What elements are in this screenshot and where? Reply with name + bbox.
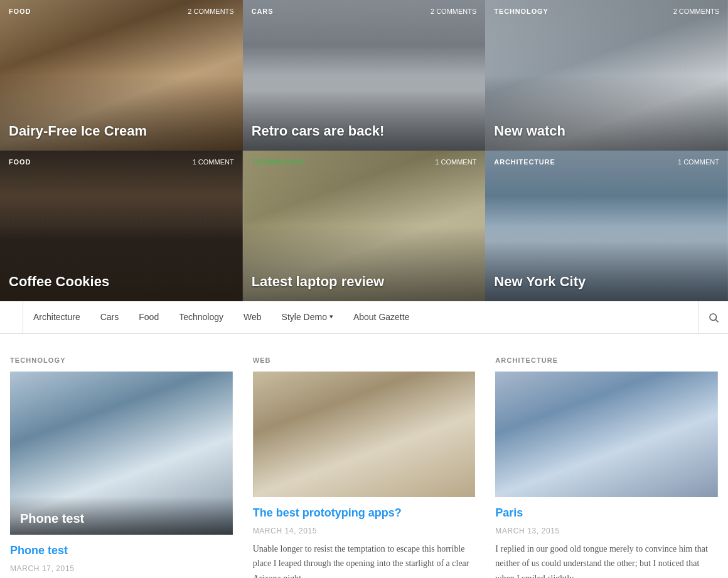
hero-meta-top: FOOD 2 COMMENTS	[0, 8, 243, 15]
article-title-proto-apps[interactable]: The best prototyping apps?	[253, 506, 476, 520]
article-title-phone-test[interactable]: Phone test	[10, 543, 233, 558]
hero-comments-food1: 2 COMMENTS	[188, 8, 233, 15]
hero-comments-arch1: 1 COMMENT	[678, 158, 719, 166]
hero-cell-food1[interactable]: FOOD 2 COMMENTS Dairy-Free Ice Cream	[0, 0, 243, 151]
hero-comments-food2: 1 COMMENT	[193, 158, 234, 166]
hero-category-tech1: TECHNOLOGY	[494, 8, 548, 15]
featured-title-text: Phone test	[20, 511, 223, 526]
hero-category-tech2: TECHNOLOGY	[252, 158, 306, 166]
hero-comments-tech1: 2 COMMENTS	[673, 8, 719, 15]
navbar-link-food[interactable]: Food	[129, 301, 169, 333]
search-button[interactable]	[698, 301, 728, 333]
navbar-link-architecture[interactable]: Architecture	[23, 301, 90, 333]
article-date-phone-test: MARCH 17, 2015	[10, 564, 233, 573]
hero-title-arch1: New York City	[494, 274, 719, 290]
navbar-link-about-gazette[interactable]: About Gazette	[343, 301, 420, 333]
featured-title-overlay: Phone test	[10, 496, 233, 535]
hero-meta-top: CARS 2 COMMENTS	[243, 8, 486, 15]
article-image-proto-apps	[253, 372, 476, 497]
article-date-proto-apps: MARCH 14, 2015	[253, 527, 476, 535]
search-icon	[708, 312, 719, 323]
article-category-paris: ARCHITECTURE	[495, 356, 718, 364]
hero-cell-tech2[interactable]: TECHNOLOGY 1 COMMENT Latest laptop revie…	[243, 151, 486, 301]
navbar-link-web[interactable]: Web	[233, 301, 272, 333]
hero-category-arch1: ARCHITECTURE	[494, 158, 555, 166]
article-excerpt-proto-apps: Unable longer to resist the temptation t…	[253, 542, 476, 578]
hero-cell-arch1[interactable]: ARCHITECTURE 1 COMMENT New York City	[485, 151, 728, 301]
articles-grid: TECHNOLOGY Phone test Phone test MARCH 1…	[10, 356, 718, 578]
article-date-paris: MARCH 13, 2015	[495, 527, 718, 535]
hero-meta-top: TECHNOLOGY 2 COMMENTS	[485, 8, 728, 15]
article-img-bg-proto-apps	[253, 372, 476, 497]
navbar-brand[interactable]	[0, 301, 23, 333]
article-image-phone-test: Phone test	[10, 372, 233, 535]
article-title-paris[interactable]: Paris	[495, 506, 718, 520]
article-img-bg-paris	[495, 372, 718, 497]
hero-category-food2: FOOD	[9, 158, 31, 166]
hero-title-food2: Coffee Cookies	[9, 274, 234, 290]
hero-meta-top: TECHNOLOGY 1 COMMENT	[243, 158, 486, 166]
navbar: ArchitectureCarsFoodTechnologyWebStyle D…	[0, 301, 728, 334]
article-category-phone-test: TECHNOLOGY	[10, 356, 233, 364]
svg-line-1	[715, 319, 718, 322]
hero-cell-cars1[interactable]: CARS 2 COMMENTS Retro cars are back!	[243, 0, 486, 151]
hero-category-cars1: CARS	[252, 8, 274, 15]
article-card-phone-test: TECHNOLOGY Phone test Phone test MARCH 1…	[10, 356, 233, 578]
navbar-link-style-demo[interactable]: Style Demo	[272, 301, 343, 333]
hero-title-food1: Dairy-Free Ice Cream	[9, 123, 234, 139]
article-category-proto-apps: WEB	[253, 356, 476, 364]
hero-cell-food2[interactable]: FOOD 1 COMMENT Coffee Cookies	[0, 151, 243, 301]
hero-title-tech1: New watch	[494, 123, 719, 139]
article-excerpt-paris: I replied in our good old tongue merely …	[495, 542, 718, 578]
svg-point-0	[710, 314, 717, 321]
main-content: TECHNOLOGY Phone test Phone test MARCH 1…	[0, 334, 728, 578]
hero-comments-cars1: 2 COMMENTS	[431, 8, 476, 15]
hero-comments-tech2: 1 COMMENT	[435, 158, 476, 166]
navbar-link-technology[interactable]: Technology	[169, 301, 233, 333]
hero-meta-top: FOOD 1 COMMENT	[0, 158, 243, 166]
hero-grid: FOOD 2 COMMENTS Dairy-Free Ice Cream CAR…	[0, 0, 728, 301]
hero-category-food1: FOOD	[9, 8, 31, 15]
hero-cell-tech1[interactable]: TECHNOLOGY 2 COMMENTS New watch	[485, 0, 728, 151]
article-card-proto-apps: WEB The best prototyping apps? MARCH 14,…	[253, 356, 476, 578]
article-image-paris	[495, 372, 718, 497]
hero-title-tech2: Latest laptop review	[252, 274, 477, 290]
hero-meta-top: ARCHITECTURE 1 COMMENT	[485, 158, 728, 166]
hero-title-cars1: Retro cars are back!	[252, 123, 477, 139]
navbar-links: ArchitectureCarsFoodTechnologyWebStyle D…	[23, 301, 698, 333]
article-card-paris: ARCHITECTURE Paris MARCH 13, 2015 I repl…	[495, 356, 718, 578]
navbar-link-cars[interactable]: Cars	[90, 301, 129, 333]
